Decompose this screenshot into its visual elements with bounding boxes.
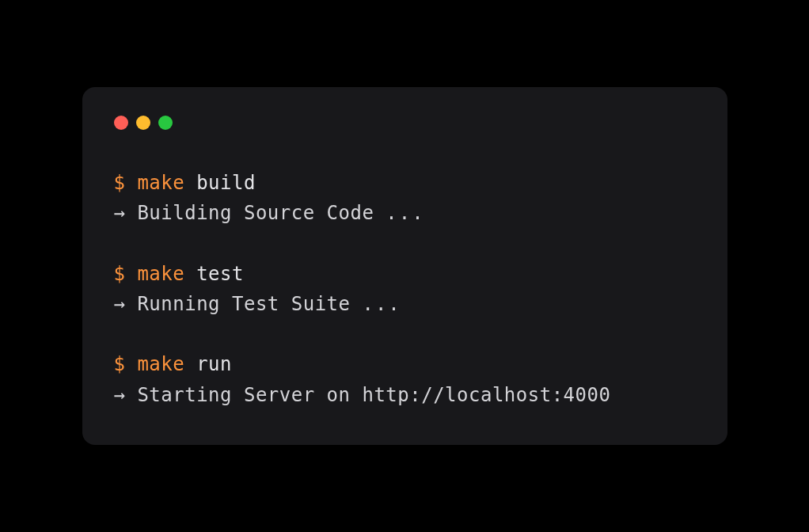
command-block: $ make test → Running Test Suite ...: [114, 259, 696, 320]
command-name: make: [137, 353, 184, 375]
ellipsis: ...: [386, 202, 424, 224]
maximize-button[interactable]: [158, 116, 173, 130]
command-line: $ make test: [114, 259, 696, 289]
output-text: Building Source Code: [137, 202, 374, 224]
terminal-window: $ make build → Building Source Code ... …: [82, 87, 727, 445]
traffic-lights: [114, 116, 696, 130]
ellipsis: ...: [362, 293, 401, 315]
arrow-icon: →: [114, 202, 126, 224]
output-line: → Starting Server on http://localhost:40…: [114, 380, 696, 410]
command-block: $ make build → Building Source Code ...: [114, 168, 696, 229]
command-name: make: [137, 172, 184, 194]
command-arg: test: [196, 263, 244, 285]
output-line: → Running Test Suite ...: [114, 289, 696, 319]
prompt-symbol: $: [114, 353, 126, 375]
output-text: Running Test Suite: [137, 293, 350, 315]
command-block: $ make run → Starting Server on http://l…: [114, 349, 696, 410]
command-arg: build: [196, 172, 256, 194]
arrow-icon: →: [114, 293, 126, 315]
arrow-icon: →: [114, 384, 126, 406]
close-button[interactable]: [114, 116, 128, 130]
prompt-symbol: $: [114, 263, 126, 285]
command-line: $ make build: [114, 168, 696, 198]
output-line: → Building Source Code ...: [114, 198, 696, 228]
output-text: Starting Server on http://localhost:4000: [137, 384, 610, 406]
prompt-symbol: $: [114, 172, 126, 194]
minimize-button[interactable]: [136, 116, 150, 130]
command-arg: run: [196, 353, 232, 375]
command-name: make: [137, 263, 184, 285]
command-line: $ make run: [114, 349, 696, 379]
terminal-content[interactable]: $ make build → Building Source Code ... …: [114, 168, 696, 410]
